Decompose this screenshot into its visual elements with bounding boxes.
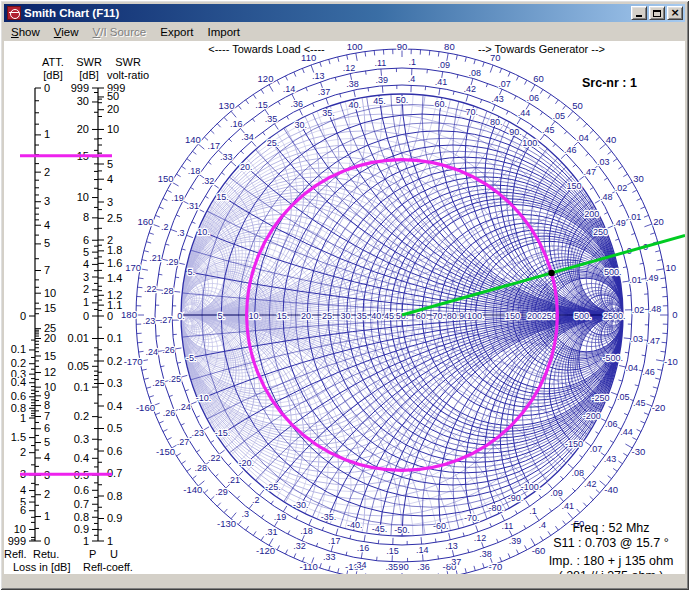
- svg-text:45.: 45.: [384, 311, 397, 321]
- minimize-button[interactable]: [631, 6, 647, 20]
- s11-readout: S11 : 0.703 @ 15.7 °: [535, 536, 685, 551]
- svg-text:-150: -150: [156, 446, 175, 457]
- svg-text:12: 12: [44, 366, 56, 378]
- svg-text:2: 2: [44, 166, 50, 178]
- svg-text:.37: .37: [318, 87, 331, 97]
- svg-text:.46: .46: [642, 367, 655, 377]
- svg-text:35.: 35.: [357, 311, 370, 321]
- svg-text:.33: .33: [323, 552, 336, 562]
- svg-text:.22: .22: [208, 453, 221, 463]
- svg-text:0.1: 0.1: [11, 343, 26, 355]
- svg-text:.09: .09: [437, 60, 450, 70]
- svg-text:.42: .42: [584, 479, 597, 489]
- marker-dot[interactable]: [548, 270, 554, 276]
- svg-text:.14: .14: [416, 545, 429, 555]
- svg-text:4: 4: [44, 451, 50, 463]
- svg-text:-110: -110: [299, 561, 317, 572]
- svg-text:.43: .43: [491, 94, 504, 104]
- svg-text:.05: .05: [553, 111, 566, 121]
- svg-text:.1: .1: [529, 506, 537, 516]
- svg-text:0.9: 0.9: [107, 512, 122, 524]
- nomogram-rulers: 0123457101500.10.20.30.40.60.811.5234561…: [8, 82, 126, 547]
- svg-text:35.: 35.: [322, 108, 335, 118]
- svg-text:2.5: 2.5: [107, 212, 122, 224]
- svg-text:-20.: -20.: [239, 458, 255, 468]
- menu-item-export[interactable]: Export: [153, 24, 200, 40]
- svg-text:.09: .09: [550, 488, 563, 498]
- svg-text:.35: .35: [386, 562, 399, 572]
- svg-text:-500.: -500.: [602, 353, 623, 363]
- svg-text:.38: .38: [479, 549, 492, 559]
- svg-text:.2: .2: [252, 495, 260, 505]
- svg-text:1.4: 1.4: [107, 272, 122, 284]
- svg-text:250: 250: [542, 311, 557, 321]
- svg-text:.31: .31: [265, 527, 278, 537]
- app-icon[interactable]: [7, 6, 21, 20]
- svg-text:3: 3: [44, 195, 50, 207]
- svg-text:20.: 20.: [240, 162, 253, 172]
- svg-text:10.: 10.: [248, 311, 261, 321]
- svg-text:120: 120: [258, 73, 274, 84]
- towards-load-label: <---- Towards Load <----: [154, 43, 379, 55]
- source-number-label: Src-nr : 1: [582, 76, 637, 90]
- svg-text:.07: .07: [498, 79, 511, 89]
- svg-text:0: 0: [672, 309, 677, 320]
- svg-text:10.: 10.: [197, 227, 210, 237]
- svg-text:.17: .17: [207, 141, 220, 151]
- smith-chart-canvas[interactable]: -170-160-150-140-130-120-110-100-90-80-7…: [4, 41, 685, 574]
- svg-text:4: 4: [83, 258, 89, 270]
- svg-text:.3: .3: [241, 509, 249, 519]
- svg-text:25.: 25.: [267, 138, 280, 148]
- svg-text:70.: 70.: [465, 107, 478, 117]
- swr-volt-header-line1: SWR: [100, 56, 156, 68]
- menu-item-import[interactable]: Import: [200, 24, 247, 40]
- svg-text:.32: .32: [202, 176, 215, 186]
- svg-text:-45.: -45.: [372, 524, 388, 534]
- svg-text:10: 10: [107, 123, 119, 135]
- window-title: Smith Chart (F11): [24, 7, 629, 19]
- svg-text:5.: 5.: [187, 267, 195, 277]
- svg-text:5: 5: [83, 246, 89, 258]
- svg-text:.41: .41: [561, 501, 574, 511]
- svg-text:2: 2: [83, 283, 89, 295]
- svg-text:150: 150: [505, 311, 520, 321]
- svg-text:0.6: 0.6: [74, 484, 89, 496]
- svg-text:7: 7: [44, 410, 50, 422]
- svg-text:1.6: 1.6: [107, 257, 122, 269]
- svg-text:40.: 40.: [349, 100, 362, 110]
- svg-text:180: 180: [121, 309, 137, 320]
- svg-text:250: 250: [593, 227, 608, 237]
- svg-text:0.3: 0.3: [107, 377, 122, 389]
- svg-text:.25: .25: [169, 374, 182, 384]
- svg-text:.23: .23: [192, 428, 205, 438]
- title-bar[interactable]: Smith Chart (F11) ×: [4, 4, 685, 22]
- menu-item-v-i-source[interactable]: V/I Source: [86, 24, 154, 40]
- svg-text:30.: 30.: [295, 120, 308, 130]
- svg-text:.15: .15: [386, 546, 399, 556]
- svg-text:-5.: -5.: [186, 353, 197, 363]
- svg-text:.35: .35: [265, 114, 278, 124]
- svg-text:-60.: -60.: [433, 521, 449, 531]
- svg-text:1: 1: [44, 510, 50, 522]
- svg-text:.28: .28: [161, 286, 174, 296]
- svg-text:999: 999: [8, 535, 26, 547]
- svg-text:5: 5: [107, 158, 113, 170]
- svg-text:-80.: -80.: [488, 503, 504, 513]
- svg-text:60: 60: [533, 73, 544, 84]
- svg-text:.49: .49: [646, 273, 659, 283]
- svg-text:-50.: -50.: [394, 525, 410, 535]
- menu-item-view[interactable]: View: [47, 24, 86, 40]
- svg-text:.16: .16: [357, 543, 370, 553]
- maximize-button[interactable]: [649, 6, 665, 20]
- svg-text:30.: 30.: [340, 311, 353, 321]
- close-button[interactable]: ×: [667, 6, 683, 20]
- svg-text:30: 30: [633, 173, 644, 184]
- svg-text:5: 5: [44, 436, 50, 448]
- svg-text:-200: -200: [583, 411, 601, 421]
- svg-text:6: 6: [20, 504, 26, 516]
- svg-text:.29: .29: [166, 257, 179, 267]
- menu-item-show[interactable]: Show: [4, 24, 47, 40]
- svg-text:.34: .34: [241, 132, 254, 142]
- svg-text:.03: .03: [597, 157, 610, 167]
- svg-text:60.: 60.: [435, 99, 448, 109]
